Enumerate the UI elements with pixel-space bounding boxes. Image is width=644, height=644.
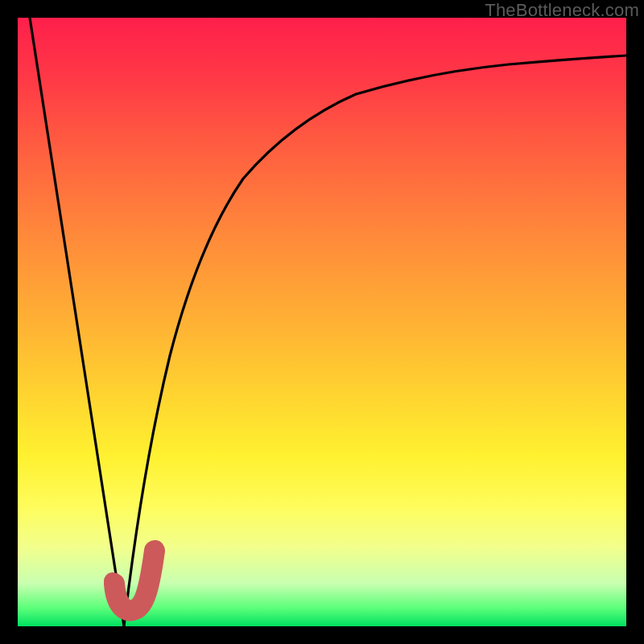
right-curve xyxy=(124,56,626,626)
left-line xyxy=(30,18,124,626)
dot-marker xyxy=(104,572,122,590)
plot-area xyxy=(18,18,626,626)
curves-layer xyxy=(18,18,626,626)
chart-frame: TheBottleneck.com xyxy=(0,0,644,644)
